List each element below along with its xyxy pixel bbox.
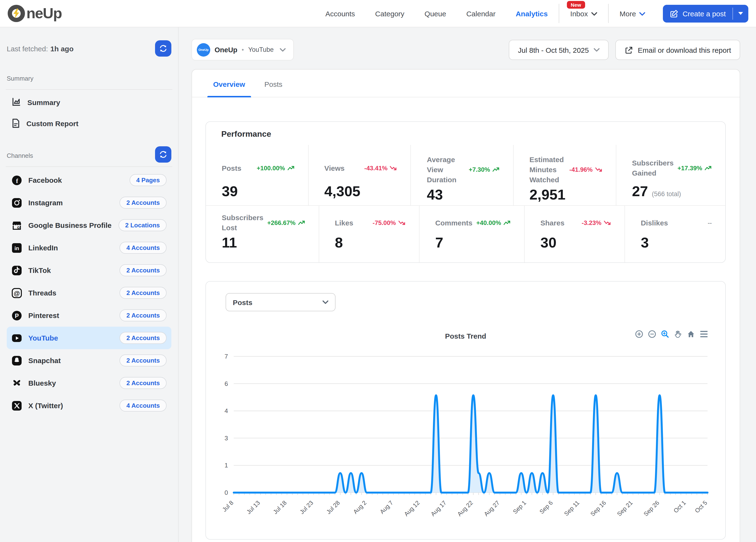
- menu-icon[interactable]: [700, 330, 708, 338]
- create-post-button[interactable]: Create a post: [663, 9, 732, 18]
- home-icon[interactable]: [687, 330, 695, 338]
- trend-down-icon: [604, 220, 611, 225]
- svg-text:@: @: [14, 289, 20, 297]
- chevron-down-icon: [591, 12, 597, 16]
- chevron-down-icon: [639, 12, 645, 16]
- date-range-picker[interactable]: Jul 8th - Oct 5th, 2025: [509, 40, 608, 60]
- svg-text:P: P: [15, 312, 19, 319]
- zoom-in-icon[interactable]: [635, 330, 643, 338]
- tab-posts[interactable]: Posts: [257, 72, 290, 97]
- nav-inbox[interactable]: New Inbox: [560, 9, 607, 18]
- svg-text:Aug 17: Aug 17: [429, 499, 448, 518]
- channel-youtube[interactable]: YouTube 2 Accounts: [7, 327, 171, 349]
- svg-text:7: 7: [225, 353, 228, 360]
- x-twitter-icon: [12, 400, 22, 411]
- svg-text:Aug 7: Aug 7: [378, 499, 394, 515]
- instagram-icon: [12, 197, 22, 208]
- metric-value: 4,305: [324, 183, 397, 200]
- channel-tiktok[interactable]: TikTok 2 Accounts: [7, 259, 171, 281]
- svg-text:Sep 11: Sep 11: [563, 499, 581, 517]
- performance-title: Performance: [206, 122, 725, 139]
- nav-more[interactable]: More: [610, 9, 655, 18]
- channel-snapchat[interactable]: Snapchat 2 Accounts: [7, 349, 171, 372]
- refresh-channels-button[interactable]: [155, 146, 171, 163]
- channel-count-badge[interactable]: 2 Locations: [119, 219, 167, 231]
- channel-count-badge[interactable]: 2 Accounts: [120, 309, 167, 321]
- compose-icon: [670, 9, 678, 18]
- nav-category[interactable]: Category: [365, 9, 414, 18]
- channel-instagram[interactable]: Instagram 2 Accounts: [7, 191, 171, 214]
- linkedin-icon: in: [12, 243, 22, 253]
- channel-bluesky[interactable]: Bluesky 2 Accounts: [7, 372, 171, 394]
- summary-section-header: Summary: [7, 70, 171, 86]
- channel-x-twitter[interactable]: X (Twitter) 4 Accounts: [7, 394, 171, 417]
- svg-text:1: 1: [225, 462, 228, 469]
- metric-delta: -43.41%: [360, 164, 397, 172]
- metric-delta: -41.96%: [565, 166, 602, 173]
- nav-calendar[interactable]: Calendar: [456, 9, 506, 18]
- tab-overview[interactable]: Overview: [205, 72, 253, 97]
- nav-accounts[interactable]: Accounts: [315, 9, 365, 18]
- svg-text:0: 0: [225, 489, 228, 496]
- oneup-logo[interactable]: neUp: [8, 5, 62, 22]
- channel-pinterest[interactable]: P Pinterest 2 Accounts: [7, 304, 171, 327]
- metric-delta: --: [704, 219, 712, 226]
- channel-count-badge[interactable]: 2 Accounts: [120, 377, 167, 389]
- sidebar-item-custom-report[interactable]: Custom Report: [7, 113, 171, 134]
- refresh-data-button[interactable]: [155, 40, 171, 57]
- metric-delta: +17.39%: [674, 164, 712, 172]
- account-channel: YouTube: [248, 46, 274, 53]
- svg-text:Sep 1: Sep 1: [511, 499, 527, 515]
- channel-facebook[interactable]: f Facebook 4 Pages: [7, 169, 171, 191]
- channel-count-badge[interactable]: 4 Pages: [130, 174, 167, 186]
- divider: [6, 89, 172, 90]
- metric-value: 27(566 total): [632, 183, 712, 200]
- caret-down-icon: [738, 12, 743, 15]
- report-card: Overview Posts Performance Posts +100.00…: [192, 69, 740, 542]
- svg-text:f: f: [16, 177, 18, 184]
- channel-count-badge[interactable]: 2 Accounts: [120, 264, 167, 276]
- metric-delta: -3.23%: [578, 219, 611, 226]
- zoom-out-icon[interactable]: [648, 330, 656, 338]
- document-icon: [12, 119, 20, 128]
- metric-shares: Shares -3.23% 30: [525, 206, 625, 263]
- channel-linkedin[interactable]: in LinkedIn 4 Accounts: [7, 237, 171, 259]
- channel-count-badge[interactable]: 4 Accounts: [120, 399, 167, 411]
- channel-count-badge[interactable]: 2 Accounts: [120, 287, 167, 299]
- nav-analytics[interactable]: Analytics: [506, 9, 558, 18]
- metric-dislikes: Dislikes -- 3: [625, 206, 725, 263]
- trend-up-icon: [298, 220, 305, 225]
- divider: [6, 167, 172, 167]
- main-content: OneUp OneUp • YouTube Jul 8th - Oct 5th,…: [179, 27, 756, 542]
- storefront-icon: G: [12, 220, 22, 231]
- pinterest-icon: P: [12, 310, 22, 321]
- export-report-button[interactable]: Email or download this report: [615, 40, 740, 60]
- svg-text:Aug 27: Aug 27: [483, 499, 501, 518]
- svg-text:Jul 23: Jul 23: [298, 499, 314, 515]
- metric-value: 39: [222, 183, 294, 200]
- posts-trend-chart[interactable]: 013467Jul 8Jul 13Jul 18Jul 23Jul 28Aug 2…: [206, 344, 727, 536]
- channel-threads[interactable]: @ Threads 2 Accounts: [7, 281, 171, 304]
- channel-count-badge[interactable]: 2 Accounts: [120, 332, 167, 344]
- oneup-analytics-page: neUp Accounts Category Queue Calendar An…: [0, 0, 756, 542]
- nav-queue[interactable]: Queue: [414, 9, 456, 18]
- svg-text:Oct 5: Oct 5: [693, 499, 708, 514]
- channel-count-badge[interactable]: 2 Accounts: [120, 354, 167, 366]
- create-post-dropdown-button[interactable]: [733, 12, 748, 15]
- threads-icon: @: [12, 287, 22, 298]
- channel-count-badge[interactable]: 4 Accounts: [120, 242, 167, 254]
- performance-row-2: Subscribers Lost +266.67% 11 Likes -75.0…: [206, 206, 725, 263]
- metric-views: Views -43.41% 4,305: [308, 145, 411, 205]
- header-actions: Jul 8th - Oct 5th, 2025 Email or downloa…: [509, 40, 740, 60]
- channel-google-business-profile[interactable]: G Google Business Profile 2 Locations: [7, 214, 171, 237]
- chart-metric-select[interactable]: Posts: [226, 293, 336, 311]
- svg-text:4: 4: [225, 407, 228, 414]
- pan-icon[interactable]: [674, 330, 682, 338]
- metric-posts: Posts +100.00% 39: [206, 145, 308, 205]
- metric-subscribers-lost: Subscribers Lost +266.67% 11: [206, 206, 319, 263]
- channel-count-badge[interactable]: 2 Accounts: [120, 197, 167, 209]
- svg-text:Aug 2: Aug 2: [352, 499, 368, 515]
- account-selector[interactable]: OneUp OneUp • YouTube: [192, 39, 294, 60]
- sidebar-item-summary[interactable]: Summary: [7, 92, 171, 113]
- selection-zoom-icon[interactable]: [661, 330, 669, 338]
